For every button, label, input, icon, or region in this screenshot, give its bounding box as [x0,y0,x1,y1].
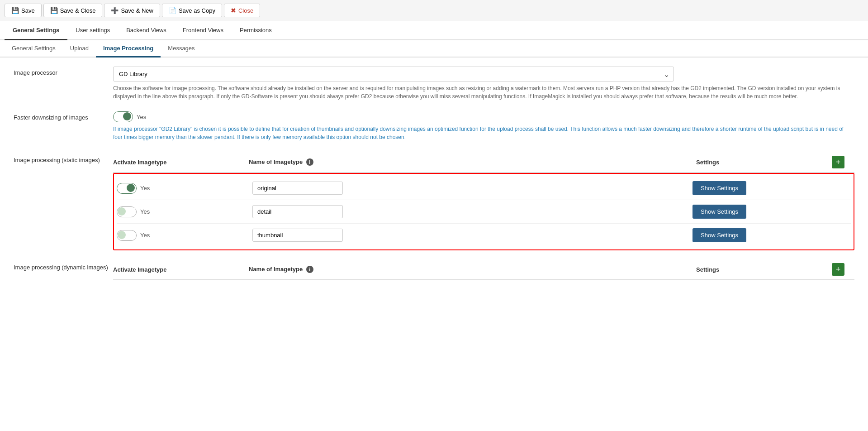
top-nav-item-frontend[interactable]: Frontend Views [175,21,232,40]
row1-settings-cell: Show Settings [693,181,828,195]
dynamic-images-content: Activate Imagetype Name of Imagetype i S… [113,259,854,280]
dyn-col-add-header: + [832,263,854,276]
col-settings-header: Settings [696,159,832,166]
col-name-label: Name of Imagetype [249,158,303,165]
save-button[interactable]: 💾 Save [5,4,42,17]
image-processor-value: GD Library ImageMagick ⌄ Choose the soft… [113,67,854,101]
static-images-highlight: Yes Show Settings [113,173,854,250]
static-images-label: Image processing (static images) [14,152,113,163]
toggle-row-2: Yes [117,206,252,217]
dyn-col-settings-header: Settings [696,266,832,273]
row2-toggle[interactable] [117,206,137,217]
faster-downsizing-row: Faster downsizing of images Yes If image… [14,111,854,141]
save-new-button[interactable]: ➕ Save & New [104,4,160,17]
faster-downsizing-label: Faster downsizing of images [14,111,113,121]
static-images-section: Image processing (static images) Activat… [14,152,854,250]
row3-yes: Yes [140,232,150,239]
top-nav-item-backend[interactable]: Backend Views [118,21,175,40]
close-button[interactable]: ✖ Close [224,4,260,17]
dyn-col-name-header: Name of Imagetype i [249,266,696,273]
image-processor-select-wrapper: GD Library ImageMagick ⌄ [113,67,674,81]
save-copy-icon: 📄 [169,7,176,14]
toggle-thumb-1 [127,184,135,192]
main-content: Image processor GD Library ImageMagick ⌄… [0,57,868,298]
row1-name-cell [252,182,693,195]
top-nav: General Settings User settings Backend V… [0,21,868,40]
row2-yes: Yes [140,208,150,215]
faster-downsizing-toggle[interactable] [113,111,133,122]
row3-show-settings-button[interactable]: Show Settings [693,228,746,242]
save-close-label: Save & Close [60,7,96,14]
row2-show-settings-button[interactable]: Show Settings [693,205,746,219]
table-row: Yes Show Settings [117,200,851,224]
faster-downsizing-help: If image processor "GD2 Library" is chos… [113,125,854,141]
row3-settings-cell: Show Settings [693,228,828,242]
toolbar: 💾 Save 💾 Save & Close ➕ Save & New 📄 Sav… [0,0,868,21]
image-processor-label: Image processor [14,67,113,76]
toggle-thumb-3 [118,231,126,239]
row1-show-settings-button[interactable]: Show Settings [693,181,746,195]
row1-activate: Yes [117,183,252,194]
sub-nav: General Settings Upload Image Processing… [0,40,868,57]
static-images-header: Activate Imagetype Name of Imagetype i S… [113,152,854,173]
add-dynamic-image-button[interactable]: + [832,263,844,276]
image-processor-row: Image processor GD Library ImageMagick ⌄… [14,67,854,101]
static-images-content: Activate Imagetype Name of Imagetype i S… [113,152,854,250]
dynamic-images-header: Activate Imagetype Name of Imagetype i S… [113,259,854,280]
dyn-col-name-label: Name of Imagetype [249,266,303,273]
col-add-header: + [832,156,854,168]
top-nav-item-permissions[interactable]: Permissions [232,21,280,40]
faster-downsizing-value: Yes If image processor "GD2 Library" is … [113,111,854,141]
row3-name-cell [252,229,693,242]
faster-downsizing-yes: Yes [137,114,146,120]
row3-activate: Yes [117,230,252,241]
save-label: Save [21,7,35,14]
row2-name-input[interactable] [252,205,343,218]
sub-nav-item-upload[interactable]: Upload [63,40,96,57]
col-name-header: Name of Imagetype i [249,158,696,166]
row1-name-input[interactable] [252,182,343,195]
save-copy-label: Save as Copy [179,7,215,14]
top-nav-item-user[interactable]: User settings [67,21,118,40]
table-row: Yes Show Settings [117,224,851,247]
info-icon: i [306,158,313,166]
toggle-row: Yes [113,111,854,122]
row2-name-cell [252,205,693,218]
row3-toggle[interactable] [117,230,137,241]
image-processor-help: Choose the software for image processing… [113,84,854,101]
close-icon: ✖ [231,7,236,14]
close-label: Close [238,7,253,14]
image-processor-select[interactable]: GD Library ImageMagick [113,67,674,81]
dyn-info-icon: i [306,266,313,273]
row2-activate: Yes [117,206,252,217]
col-activate-header: Activate Imagetype [113,159,249,166]
toggle-row-3: Yes [117,230,252,241]
row1-toggle[interactable] [117,183,137,194]
sub-nav-item-messages[interactable]: Messages [161,40,202,57]
save-new-icon: ➕ [111,7,119,14]
row2-settings-cell: Show Settings [693,205,828,219]
save-icon: 💾 [11,7,19,14]
sub-nav-item-general[interactable]: General Settings [5,40,63,57]
save-copy-button[interactable]: 📄 Save as Copy [162,4,222,17]
save-close-icon: 💾 [50,7,58,14]
sub-nav-item-image-processing[interactable]: Image Processing [96,40,161,57]
row3-name-input[interactable] [252,229,343,242]
toggle-row-1: Yes [117,183,252,194]
save-new-label: Save & New [121,7,153,14]
dynamic-images-label: Image processing (dynamic images) [14,259,113,271]
top-nav-item-general[interactable]: General Settings [5,21,67,40]
table-row: Yes Show Settings [117,177,851,200]
add-static-image-button[interactable]: + [832,156,844,168]
row1-yes: Yes [140,185,150,192]
toggle-thumb [123,112,131,120]
dyn-col-activate-header: Activate Imagetype [113,266,249,273]
toggle-thumb-2 [118,207,126,216]
save-close-button[interactable]: 💾 Save & Close [43,4,103,17]
dynamic-images-section: Image processing (dynamic images) Activa… [14,259,854,280]
